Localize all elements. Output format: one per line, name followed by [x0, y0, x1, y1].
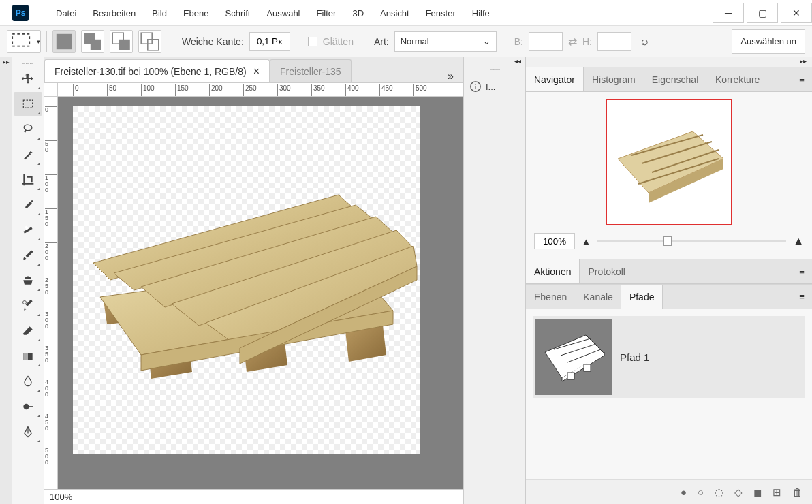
left-collapse-strip: ▸▸ [0, 57, 12, 504]
pallet-image [73, 168, 420, 399]
move-tool[interactable] [14, 67, 42, 91]
navigator-zoom-slider[interactable] [597, 240, 786, 242]
stroke-path-icon[interactable]: ○ [698, 486, 704, 498]
style-select[interactable]: Normal ⌄ [394, 31, 497, 52]
mid-grip[interactable]: ┉┉┉ [464, 67, 525, 74]
canvas-viewport[interactable] [58, 97, 463, 489]
tab-korrekturen[interactable]: Korrekture [707, 67, 768, 91]
menu-filter[interactable]: Filter [309, 8, 345, 18]
ruler-horizontal[interactable]: 050100150200250300350400450500 [58, 83, 463, 97]
maximize-button[interactable]: ▢ [747, 3, 778, 23]
tab-kanaele[interactable]: Kanäle [575, 285, 621, 309]
menu-ansicht[interactable]: Ansicht [372, 8, 418, 18]
menu-bearbeiten[interactable]: Bearbeiten [84, 8, 144, 18]
svg-rect-3 [91, 39, 102, 50]
document-tab-inactive[interactable]: Freisteller-135 [270, 59, 351, 82]
delete-path-icon[interactable]: 🗑 [792, 486, 802, 498]
magic-wand-tool[interactable] [14, 142, 42, 166]
spot-heal-tool[interactable] [14, 218, 42, 242]
navigator-preview[interactable] [606, 99, 732, 225]
menu-schrift[interactable]: Schrift [217, 8, 259, 18]
select-and-mask-button[interactable]: Auswählen un [732, 29, 805, 54]
selection-subtract-icon[interactable] [110, 30, 133, 53]
fill-path-icon[interactable]: ● [681, 486, 687, 498]
selection-intersect-icon[interactable] [138, 30, 161, 53]
navigator-zoom-input[interactable] [534, 233, 575, 249]
tab-pfade[interactable]: Pfade [621, 285, 663, 309]
close-tab-icon[interactable]: × [253, 65, 260, 78]
panel-menu-icon[interactable]: ≡ [792, 67, 812, 91]
tab-protokoll[interactable]: Protokoll [580, 259, 633, 283]
close-button[interactable]: ✕ [781, 3, 812, 23]
document-tab-label: Freisteller-135 [280, 66, 341, 77]
options-bar: ▾ Weiche Kante: Glätten Art: Normal ⌄ B:… [0, 26, 812, 57]
menu-datei[interactable]: Datei [48, 8, 84, 18]
svg-point-11 [23, 300, 27, 304]
path-item[interactable]: Pfad 1 [533, 316, 805, 398]
minimize-button[interactable]: ─ [713, 3, 744, 23]
dodge-tool[interactable] [14, 394, 42, 418]
expand-left-icon[interactable]: ▸▸ [0, 57, 12, 67]
menu-hilfe[interactable]: Hilfe [464, 8, 498, 18]
height-field [597, 32, 631, 51]
marquee-tool[interactable] [14, 92, 42, 116]
document-tab-bar: Freisteller-130.tif bei 100% (Ebene 1, R… [44, 57, 463, 83]
eraser-tool[interactable] [14, 319, 42, 343]
selection-new-icon[interactable] [52, 30, 76, 53]
selection-add-icon[interactable] [81, 30, 104, 53]
blur-tool[interactable] [14, 369, 42, 393]
history-brush-tool[interactable] [14, 294, 42, 317]
style-value: Normal [401, 36, 429, 46]
path-to-selection-icon[interactable]: ◌ [715, 486, 723, 499]
pen-tool[interactable] [14, 420, 42, 443]
feather-input[interactable] [249, 32, 290, 51]
swap-wh-icon: ⇄ [568, 35, 577, 48]
crop-tool[interactable] [14, 168, 42, 191]
panel-menu-icon[interactable]: ≡ [792, 259, 812, 283]
menu-bild[interactable]: Bild [144, 8, 175, 18]
document-area: Freisteller-130.tif bei 100% (Ebene 1, R… [44, 57, 463, 504]
toolbar-grip[interactable]: ┉┉┉ [12, 60, 44, 67]
tab-eigenschaften[interactable]: Eigenschaf [644, 67, 707, 91]
svg-rect-5 [119, 39, 130, 50]
add-mask-icon[interactable]: ◼ [753, 486, 762, 499]
panel-menu-icon[interactable]: ≡ [792, 285, 812, 309]
gradient-tool[interactable] [14, 344, 42, 368]
lasso-tool[interactable] [14, 117, 42, 141]
tab-navigator[interactable]: Navigator [526, 67, 584, 91]
tab-ebenen[interactable]: Ebenen [526, 285, 575, 309]
titlebar: Ps Datei Bearbeiten Bild Ebene Schrift A… [0, 0, 812, 26]
selection-to-path-icon[interactable]: ◇ [734, 486, 743, 499]
brush-tool[interactable] [14, 243, 42, 267]
ruler-vertical[interactable]: 050100150200250300350400450500 [44, 97, 58, 489]
tab-histogram[interactable]: Histogram [584, 67, 644, 91]
zoom-in-icon[interactable]: ▲ [793, 235, 804, 247]
actions-panel: Aktionen Protokoll ≡ [526, 259, 812, 284]
menu-fenster[interactable]: Fenster [418, 8, 464, 18]
window-controls: ─ ▢ ✕ [710, 3, 812, 23]
new-path-icon[interactable]: ⊞ [772, 486, 781, 499]
collapse-mid-icon[interactable]: ◂◂ [464, 57, 525, 67]
antialias-checkbox [308, 37, 317, 46]
menu-ebene[interactable]: Ebene [175, 8, 217, 18]
layers-panel: Ebenen Kanäle Pfade ≡ [526, 284, 812, 504]
eyedropper-tool[interactable] [14, 193, 42, 217]
collapse-right-icon[interactable]: ▸▸ [526, 57, 812, 67]
document-tab-active[interactable]: Freisteller-130.tif bei 100% (Ebene 1, R… [44, 59, 270, 82]
menu-3d[interactable]: 3D [344, 8, 372, 18]
menu-auswahl[interactable]: Auswahl [258, 8, 308, 18]
tool-preset-picker[interactable]: ▾ [7, 30, 41, 53]
clone-stamp-tool[interactable] [14, 268, 42, 292]
zoom-out-icon[interactable]: ▲ [582, 236, 591, 247]
svg-rect-8 [23, 100, 32, 108]
canvas[interactable] [73, 106, 420, 454]
paths-panel-footer: ● ○ ◌ ◇ ◼ ⊞ 🗑 [526, 479, 812, 504]
refine-icon[interactable]: ⌕ [641, 34, 649, 48]
zoom-status[interactable]: 100% [50, 492, 72, 502]
ruler-origin[interactable] [44, 83, 58, 97]
tab-aktionen[interactable]: Aktionen [526, 259, 580, 283]
tab-overflow-icon[interactable]: » [438, 70, 463, 82]
svg-rect-9 [23, 227, 32, 234]
style-label: Art: [374, 36, 389, 47]
info-panel-icon[interactable]: i I... [464, 74, 525, 99]
